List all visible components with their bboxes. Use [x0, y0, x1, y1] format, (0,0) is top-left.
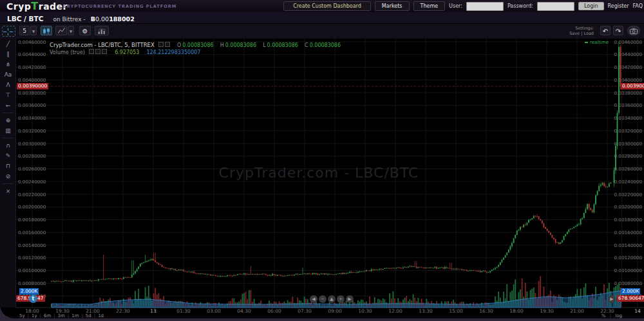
svg-text:0.00100000: 0.00100000 [614, 268, 643, 273]
range-1y[interactable]: 1y [32, 313, 37, 318]
scroll-to-latest-button[interactable]: ▶ [608, 295, 616, 303]
magnet-tool[interactable]: ∩ [0, 140, 16, 151]
social-button[interactable]: t [29, 295, 37, 303]
range-separator: | [68, 313, 69, 318]
chart-nav-button-3[interactable]: + [337, 295, 345, 303]
register-link[interactable]: Register [608, 3, 629, 9]
volume-level-tag-right: 2.000K [621, 288, 640, 295]
candlestick-icon [43, 28, 50, 35]
chart-nav-button-2[interactable]: ▲ [328, 295, 336, 303]
svg-text:0.00120000: 0.00120000 [18, 255, 46, 261]
high-value: 0.00083086 [225, 42, 256, 48]
svg-text:0.00100000: 0.00100000 [18, 268, 46, 273]
svg-text:0.00380000: 0.00380000 [18, 90, 46, 96]
svg-text:0.00340000: 0.00340000 [18, 115, 46, 121]
volume-value-tag-right: 678.90647 [617, 295, 644, 302]
password-input[interactable] [537, 2, 574, 11]
logo: CrypTrader [6, 0, 68, 13]
range-separator: | [40, 313, 41, 318]
password-label: Password: [507, 3, 533, 9]
redo-button[interactable]: ↷ [613, 26, 623, 35]
crosshair-button[interactable] [2, 26, 15, 37]
header-actions: Create Custom Dashboard Markets Theme Us… [283, 1, 643, 11]
range-separator: | [94, 313, 95, 318]
bottom-bar: 5y|1y|6m|3m|1m|5d|1d % | log [0, 313, 644, 318]
price-bold: 188002 [109, 15, 135, 23]
svg-text:0.00280000: 0.00280000 [18, 153, 46, 159]
range-6m[interactable]: 6m [44, 313, 51, 318]
svg-text:0.00460000: 0.00460000 [614, 39, 643, 45]
theme-button[interactable]: Theme [413, 1, 446, 11]
interval-dropdown[interactable]: ▼ [30, 26, 37, 35]
scale-controls: % | log [601, 313, 622, 318]
save-load-links[interactable]: Save | Load [569, 31, 594, 36]
measure-tool[interactable]: ▥ [0, 125, 16, 136]
range-3m[interactable]: 3m [58, 313, 65, 318]
brush-tool[interactable]: ✎ [0, 151, 16, 161]
arrow-tool[interactable]: ← [0, 100, 16, 111]
svg-text:0.00400000: 0.00400000 [18, 77, 46, 83]
user-label: User: [449, 3, 462, 9]
faq-link[interactable]: FAQ [633, 3, 643, 9]
hide-tool[interactable]: ⊘ [0, 171, 16, 181]
forecast-tool[interactable]: ⊤ [0, 90, 16, 100]
pair-price: 0.00188002 [95, 15, 135, 23]
user-input[interactable] [466, 2, 504, 11]
low-label: L [263, 42, 265, 48]
svg-text:0.00220000: 0.00220000 [614, 192, 643, 197]
percent-scale-button[interactable]: % [601, 313, 606, 318]
trendline-tool[interactable]: ╱ [0, 39, 16, 49]
chart-nav-button-0[interactable]: ◀ [310, 295, 317, 303]
snapshot-button[interactable] [627, 26, 640, 35]
range-5d[interactable]: 5d [86, 313, 91, 318]
chart-nav-button-1[interactable]: − [319, 295, 327, 303]
lock-tool[interactable]: ⊓ [0, 161, 16, 171]
svg-text:0.00280000: 0.00280000 [614, 153, 643, 159]
pitchfork-tool[interactable]: ⋔ [0, 59, 16, 69]
redo-icon: ↷ [616, 28, 621, 35]
close-label: C [305, 42, 308, 48]
indicators-button[interactable] [95, 26, 109, 35]
tool-divider [3, 138, 14, 138]
svg-text:0.00320000: 0.00320000 [18, 128, 46, 134]
study-settings-icon[interactable] [89, 49, 94, 54]
delete-tool[interactable]: × [0, 186, 16, 196]
tool-divider [3, 183, 14, 184]
login-button[interactable]: Login [578, 2, 604, 10]
log-scale-button[interactable]: log [615, 313, 622, 318]
channel-tool[interactable]: ∥ [0, 49, 16, 59]
style-dropdown[interactable]: ▼ [68, 26, 74, 35]
chart-legend: CrypTrader.com - LBC/BTC, 5, BITTREX O0.… [50, 40, 341, 54]
drawing-toolbar: ╱∥⋔AaΛ⊤←⊕▥∩✎⊓⊘× [0, 39, 16, 307]
pattern-tool[interactable]: Λ [0, 80, 16, 90]
last-price-tag-left: 0.00390000 [17, 83, 48, 89]
undo-button[interactable]: ↶ [600, 26, 611, 35]
price-prefix: 0.00 [95, 15, 109, 23]
range-5y[interactable]: 5y [19, 313, 25, 318]
svg-text:0.00340000: 0.00340000 [614, 115, 643, 121]
svg-text:0.00200000: 0.00200000 [18, 204, 46, 210]
study-close-icon[interactable] [102, 49, 107, 54]
chart-nav-button-4[interactable]: ▶ [346, 295, 354, 303]
create-dashboard-button[interactable]: Create Custom Dashboard [283, 1, 371, 11]
settings-button[interactable]: ⚙ [79, 26, 91, 35]
legend-toggle-icon[interactable] [158, 42, 164, 47]
legend-close-icon[interactable] [165, 42, 170, 47]
realtime-label: realtime [590, 40, 609, 45]
line-style-button[interactable] [55, 26, 67, 35]
volume-level-tag-left: 2.000K [19, 288, 39, 295]
markets-button[interactable]: Markets [375, 1, 410, 11]
range-1d[interactable]: 1d [98, 313, 104, 318]
candlestick-style-button[interactable] [41, 26, 52, 35]
text-tool[interactable]: Aa [0, 69, 16, 80]
range-1m[interactable]: 1m [71, 313, 79, 318]
top-header: CrypTrader CRYPTOCURRENCY TRADING PLATFO… [0, 0, 644, 12]
tool-divider [3, 113, 14, 113]
study-hide-icon[interactable] [95, 49, 100, 54]
chevron-down-icon: ▼ [32, 29, 35, 33]
realtime-dot-icon [585, 42, 588, 43]
line-chart-icon [58, 28, 65, 34]
volume-study-label: Volume (true) [50, 50, 85, 55]
interval-button[interactable]: 5 [19, 26, 30, 35]
zoom-tool[interactable]: ⊕ [0, 115, 16, 125]
